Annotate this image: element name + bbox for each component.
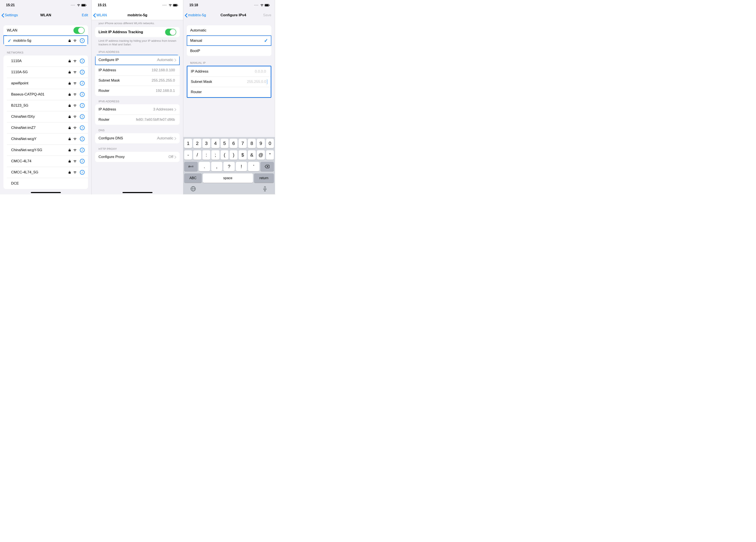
key-1[interactable]: 1 bbox=[184, 139, 192, 148]
option-bootp[interactable]: BootP bbox=[187, 46, 271, 56]
network-row-partial[interactable]: DCE bbox=[3, 178, 88, 189]
info-icon[interactable]: i bbox=[80, 92, 85, 97]
option-manual[interactable]: Manual ✓ bbox=[187, 36, 271, 46]
connected-network-name: mobitrix-5g bbox=[13, 39, 31, 43]
key-period[interactable]: . bbox=[199, 162, 210, 171]
home-indicator[interactable] bbox=[123, 192, 152, 193]
limit-tracking-toggle[interactable] bbox=[165, 29, 176, 36]
network-row[interactable]: 1110A-5Gi bbox=[3, 67, 88, 78]
network-row[interactable]: 1110Ai bbox=[3, 55, 88, 67]
lock-icon bbox=[68, 171, 71, 174]
info-icon[interactable]: i bbox=[80, 59, 85, 63]
limit-tracking-row[interactable]: Limit IP Address Tracking bbox=[95, 27, 180, 37]
key-quote[interactable]: " bbox=[266, 150, 274, 160]
battery-icon bbox=[81, 4, 87, 7]
configure-proxy-row[interactable]: Configure Proxy Off bbox=[95, 152, 180, 162]
lock-icon bbox=[68, 93, 71, 96]
configure-ip-row[interactable]: Configure IP Automatic bbox=[95, 55, 180, 65]
wifi-status-icon bbox=[168, 4, 172, 7]
key-dollar[interactable]: $ bbox=[239, 150, 247, 160]
info-icon[interactable]: i bbox=[80, 159, 85, 164]
key-comma[interactable]: , bbox=[211, 162, 223, 171]
network-row[interactable]: CMCC-4L74i bbox=[3, 156, 88, 167]
key-lparen[interactable]: ( bbox=[221, 150, 229, 160]
key-space[interactable]: space bbox=[203, 173, 253, 183]
lock-icon bbox=[68, 39, 71, 42]
key-rparen[interactable]: ) bbox=[230, 150, 238, 160]
key-5[interactable]: 5 bbox=[221, 139, 229, 148]
subnet-mask-field[interactable]: 255.255.0.0 bbox=[247, 80, 266, 84]
key-0[interactable]: 0 bbox=[266, 139, 274, 148]
key-return[interactable]: return bbox=[254, 173, 274, 183]
ipv6-ip-row[interactable]: IP Address 3 Addresses bbox=[95, 104, 180, 115]
key-2[interactable]: 2 bbox=[193, 139, 201, 148]
info-icon[interactable]: i bbox=[80, 81, 85, 86]
key-dash[interactable]: - bbox=[184, 150, 192, 160]
lock-icon bbox=[68, 82, 71, 85]
key-question[interactable]: ? bbox=[223, 162, 235, 171]
key-4[interactable]: 4 bbox=[211, 139, 219, 148]
info-icon[interactable]: i bbox=[80, 38, 85, 43]
configure-dns-row[interactable]: Configure DNS Automatic bbox=[95, 133, 180, 144]
nav-back-button[interactable]: WLAN bbox=[93, 10, 107, 20]
info-icon[interactable]: i bbox=[80, 114, 85, 119]
key-semicolon[interactable]: ; bbox=[211, 150, 219, 160]
wifi-icon bbox=[73, 115, 77, 118]
info-icon[interactable]: i bbox=[80, 70, 85, 75]
key-6[interactable]: 6 bbox=[230, 139, 238, 148]
network-row[interactable]: ChinaNet-wcgYi bbox=[3, 133, 88, 145]
nav-edit-button[interactable]: Edit bbox=[82, 10, 88, 20]
network-row[interactable]: ChinaNet-wcgY-5Gi bbox=[3, 145, 88, 156]
status-time: 15:18 bbox=[189, 3, 198, 7]
network-row[interactable]: ChinaNet-f3Xyi bbox=[3, 111, 88, 122]
key-3[interactable]: 3 bbox=[202, 139, 210, 148]
network-row[interactable]: BJ123_5Gi bbox=[3, 100, 88, 111]
lock-icon bbox=[68, 138, 71, 141]
mic-icon[interactable] bbox=[262, 186, 268, 192]
wlan-toggle[interactable] bbox=[73, 27, 85, 34]
key-7[interactable]: 7 bbox=[239, 139, 247, 148]
key-apostrophe[interactable]: ' bbox=[248, 162, 259, 171]
key-delete[interactable] bbox=[260, 162, 274, 171]
nav-bar: mobitrix-5g Configure IPv4 Save bbox=[183, 10, 275, 20]
ip-address-field[interactable]: 0.0.0.0 bbox=[255, 69, 266, 74]
key-slash[interactable]: / bbox=[193, 150, 201, 160]
home-indicator[interactable] bbox=[31, 192, 61, 193]
nav-save-button[interactable]: Save bbox=[263, 10, 271, 20]
lock-icon bbox=[68, 160, 71, 163]
manual-subnet-row[interactable]: Subnet Mask 255.255.0.0 bbox=[187, 77, 271, 87]
manual-ip-row[interactable]: IP Address 0.0.0.0 bbox=[187, 66, 271, 77]
option-automatic[interactable]: Automatic bbox=[187, 25, 271, 36]
chevron-right-icon bbox=[175, 58, 176, 61]
nav-back-button[interactable]: mobitrix-5g bbox=[185, 10, 206, 20]
network-row[interactable]: apwifipointi bbox=[3, 78, 88, 89]
keyboard[interactable]: 1 2 3 4 5 6 7 8 9 0 - / : ; ( ) $ & @ bbox=[183, 137, 275, 194]
key-abc[interactable]: ABC bbox=[184, 173, 202, 183]
key-at[interactable]: @ bbox=[257, 150, 265, 160]
manual-ip-header: MANUAL IP bbox=[190, 61, 271, 64]
key-amp[interactable]: & bbox=[248, 150, 256, 160]
key-8[interactable]: 8 bbox=[248, 139, 256, 148]
manual-router-row[interactable]: Router bbox=[187, 87, 271, 97]
lock-icon bbox=[68, 126, 71, 129]
info-icon[interactable]: i bbox=[80, 137, 85, 141]
globe-icon[interactable] bbox=[190, 186, 196, 192]
key-exclaim[interactable]: ! bbox=[236, 162, 247, 171]
info-icon[interactable]: i bbox=[80, 103, 85, 108]
network-row[interactable]: ChinaNet-imZ7i bbox=[3, 122, 88, 133]
network-row[interactable]: Baseus-CATPQ-A01i bbox=[3, 89, 88, 100]
network-row[interactable]: CMCC-4L74_5Gi bbox=[3, 167, 88, 178]
key-colon[interactable]: : bbox=[202, 150, 210, 160]
wifi-icon bbox=[73, 82, 77, 85]
info-icon[interactable]: i bbox=[80, 148, 85, 153]
info-icon[interactable]: i bbox=[80, 170, 85, 175]
info-icon[interactable]: i bbox=[80, 126, 85, 130]
nav-back-button[interactable]: Settings bbox=[1, 10, 18, 20]
status-bar: 15:18 •••• bbox=[183, 0, 275, 10]
connected-network-row[interactable]: ✓ mobitrix-5g i bbox=[3, 36, 88, 46]
wlan-toggle-row[interactable]: WLAN bbox=[3, 25, 88, 36]
page-title: WLAN bbox=[40, 13, 51, 17]
key-symbols-shift[interactable]: #+= bbox=[184, 162, 198, 171]
wifi-icon bbox=[73, 138, 77, 141]
key-9[interactable]: 9 bbox=[257, 139, 265, 148]
